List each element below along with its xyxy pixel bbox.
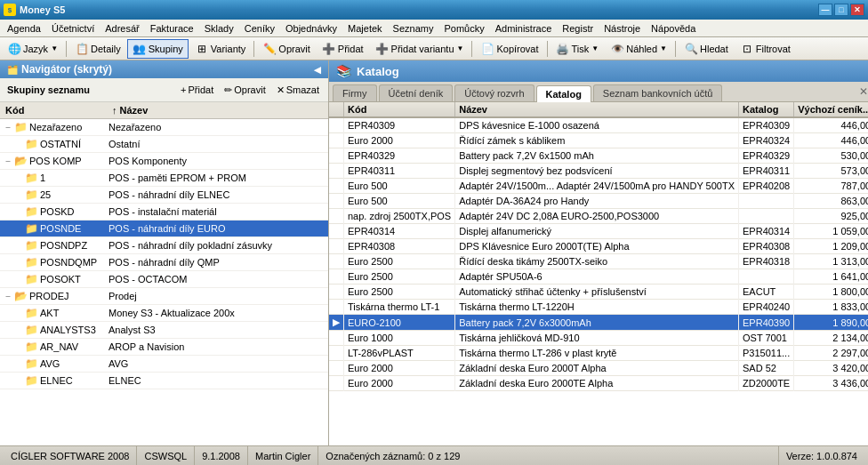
row-katalog: P315011... <box>739 346 794 361</box>
status-version: Verze: 1.0.0.874 <box>779 446 864 465</box>
folder-open-icon: 📂 <box>14 290 28 302</box>
tree-row[interactable]: 📁 1 POS - paměti EPROM + PROM <box>0 170 328 187</box>
row-arrow <box>329 376 344 391</box>
row-code: EPR40329 <box>344 148 455 164</box>
table-row[interactable]: EPR40311Displej segmentový bez podsvícen… <box>329 164 868 179</box>
tree-row[interactable]: 📁 POSOKT POS - OCTACOM <box>0 271 328 288</box>
panel-collapse-btn[interactable]: ◀ <box>314 65 321 75</box>
toolbar-skupiny[interactable]: 👥 Skupiny <box>127 39 189 59</box>
lp-pridat-btn[interactable]: + Přidat <box>175 81 219 99</box>
tree-row[interactable]: 📁 POSNDPZ POS - náhradní díly pokladní z… <box>0 237 328 254</box>
toolbar-filtrovat[interactable]: ⊡ Filtrovat <box>735 39 796 59</box>
row-katalog: EPR40240 <box>739 300 794 315</box>
row-arrow: ▶ <box>329 315 344 331</box>
maximize-button[interactable]: □ <box>834 4 848 16</box>
menu-seznamy[interactable]: Seznamy <box>388 21 439 36</box>
table-row[interactable]: nap. zdroj 2500TX,POSAdaptér 24V DC 2,08… <box>329 209 868 224</box>
toolbar-hledat[interactable]: 🔍 Hledat <box>679 39 734 59</box>
lp-smazat-btn[interactable]: ✕ Smazat <box>271 81 325 99</box>
table-row[interactable]: EPR40314Displej alfanumerickýEPR403141 0… <box>329 224 868 239</box>
menu-pomucky[interactable]: Pomůcky <box>438 21 489 36</box>
col-katalog[interactable]: Katalog <box>739 102 794 117</box>
menu-ucetnictvi[interactable]: Účetnictví <box>46 21 100 36</box>
lp-opravit-btn[interactable]: ✏ Opravit <box>219 81 270 99</box>
expand-btn[interactable]: – <box>4 123 12 132</box>
tab-firmy[interactable]: Firmy <box>333 84 377 101</box>
table-row[interactable]: EPR40308DPS Klávesnice Euro 2000T(TE) Al… <box>329 239 868 254</box>
toolbar-pridat-variantu[interactable]: ➕ Přidat variantu ▼ <box>370 39 470 59</box>
tree-row[interactable]: – 📁 Nezařazeno Nezařazeno <box>0 119 328 136</box>
menu-objednavky[interactable]: Objednávky <box>280 21 342 36</box>
tree-row[interactable]: 📁 AKT Money S3 - Aktualizace 200x <box>0 305 328 322</box>
expand-btn[interactable]: – <box>4 292 12 301</box>
toolbar-kopirovat[interactable]: 📄 Kopírovat <box>475 39 543 59</box>
close-button[interactable]: ✕ <box>850 4 864 16</box>
tab-katalog[interactable]: Katalog <box>536 85 591 102</box>
row-price: 1 313,00 <box>794 254 868 269</box>
table-row[interactable]: Euro 2500Adaptér SPU50A-61 641,00 <box>329 269 868 285</box>
folder-icon: 📁 <box>25 205 38 218</box>
tree-row[interactable]: 📁 ANALYSTS3 Analyst S3 <box>0 322 328 339</box>
table-row[interactable]: Euro 2000Řídící zámek s káblikemEPR40324… <box>329 133 868 148</box>
data-table-wrap[interactable]: Kód Název Katalog Výchozí ceník... EPR40… <box>329 102 868 445</box>
table-row[interactable]: Euro 500Adaptér DA-36A24 pro Handy863,00 <box>329 194 868 209</box>
tree-row-selected[interactable]: 📁 POSNDE POS - náhradní díly EURO <box>0 220 328 237</box>
table-row[interactable]: Euro 2500Automatický střihač účtenky + p… <box>329 285 868 300</box>
row-arrow <box>329 148 344 164</box>
table-row[interactable]: EPR40329Battery pack 7,2V 6x1500 mAhEPR4… <box>329 148 868 164</box>
menu-registr[interactable]: Registr <box>557 21 599 36</box>
hledat-icon: 🔍 <box>684 42 698 56</box>
table-row[interactable]: ▶EURO-2100Battery pack 7,2V 6x3000mAhEPR… <box>329 315 868 331</box>
tree-row[interactable]: 📁 POSNDQMP POS - náhradní díly QMP <box>0 254 328 271</box>
expand-btn[interactable]: – <box>4 156 12 165</box>
tree-row[interactable]: 📁 25 POS - náhradní díly ELNEC <box>0 187 328 204</box>
toolbar-nahled[interactable]: 👁️ Náhled ▼ <box>605 39 672 59</box>
tree-row[interactable]: 📁 AVG AVG <box>0 356 328 373</box>
tree-row[interactable]: 📁 ELNEC ELNEC <box>0 373 328 389</box>
menu-adresar[interactable]: Adresář <box>100 21 145 36</box>
minimize-button[interactable]: — <box>818 4 832 16</box>
tree-row[interactable]: 📁 OSTATNÍ Ostatní <box>0 136 328 153</box>
row-name: Řídící zámek s káblikem <box>455 133 739 148</box>
tab-uctovy-rozvrh[interactable]: Účtový rozvrh <box>454 84 534 101</box>
row-code: EPR40311 <box>344 164 455 179</box>
menu-majetek[interactable]: Majetek <box>342 21 388 36</box>
tree-row[interactable]: – 📂 POS KOMP POS Komponenty <box>0 153 328 170</box>
tab-seznam-bankovnich-uctu[interactable]: Seznam bankovních účtů <box>593 84 723 101</box>
toolbar-pridat[interactable]: ➕ Přidat <box>317 39 369 59</box>
tree-row[interactable]: – 📂 PRODEJ Prodej <box>0 288 328 305</box>
toolbar-varianty[interactable]: ⊞ Varianty <box>189 39 252 59</box>
table-row[interactable]: Euro 2000Základní deska Euro 2000TE Alph… <box>329 376 868 391</box>
folder-icon: 📁 <box>25 256 38 269</box>
table-row[interactable]: Euro 500Adaptér 24V/1500m... Adaptér 24V… <box>329 179 868 194</box>
col-nazev: ↑ Název <box>110 104 325 116</box>
toolbar-sep-1 <box>66 41 67 57</box>
tree-name: Prodej <box>107 289 328 303</box>
toolbar-jazyk[interactable]: 🌐 Jazyk ▼ <box>2 39 63 59</box>
table-row[interactable]: Euro 1000Tiskárna jehličková MD-910OST 7… <box>329 331 868 346</box>
menu-agenda[interactable]: Agenda <box>2 21 46 36</box>
table-row[interactable]: Euro 2500Řídící deska tikámy 2500TX-seik… <box>329 254 868 269</box>
toolbar-detaily[interactable]: 📋 Detaily <box>69 39 126 59</box>
table-row[interactable]: Tiskárna thermo LT-1Tiskárna thermo LT-1… <box>329 300 868 315</box>
tree-row[interactable]: 📁 POSKD POS - instalační materiál <box>0 204 328 220</box>
menu-ceniky[interactable]: Ceníky <box>239 21 280 36</box>
table-row[interactable]: EPR40309DPS kávesnice E-1000 osazenáEPR4… <box>329 117 868 133</box>
tab-ucetni-denik[interactable]: Účetní deník <box>379 84 454 101</box>
col-nazev[interactable]: Název <box>455 102 739 117</box>
menu-napoveda[interactable]: Nápověda <box>646 21 701 36</box>
tree-row[interactable]: 📁 AR_NAV AROP a Navision <box>0 339 328 356</box>
col-vychozi-cenik[interactable]: Výchozí ceník... <box>794 102 868 117</box>
table-row[interactable]: Euro 2000Základní deska Euro 2000T Alpha… <box>329 361 868 376</box>
toolbar-tisk[interactable]: 🖨️ Tisk ▼ <box>551 39 605 59</box>
tab-close-btn[interactable]: ✕ <box>856 85 868 98</box>
col-kod[interactable]: Kód <box>344 102 455 117</box>
menu-nastroje[interactable]: Nástroje <box>599 21 646 36</box>
menu-sklady[interactable]: Sklady <box>199 21 239 36</box>
toolbar-opravit[interactable]: ✏️ Opravit <box>257 39 315 59</box>
tree-area[interactable]: – 📁 Nezařazeno Nezařazeno 📁 OSTATNÍ Osta… <box>0 119 328 445</box>
menu-administrace[interactable]: Administrace <box>490 21 558 36</box>
table-row[interactable]: LT-286vPLASTTiskárna thermo LT-286 v pla… <box>329 346 868 361</box>
tree-name: POS - paměti EPROM + PROM <box>107 171 328 185</box>
menu-fakturace[interactable]: Fakturace <box>145 21 199 36</box>
